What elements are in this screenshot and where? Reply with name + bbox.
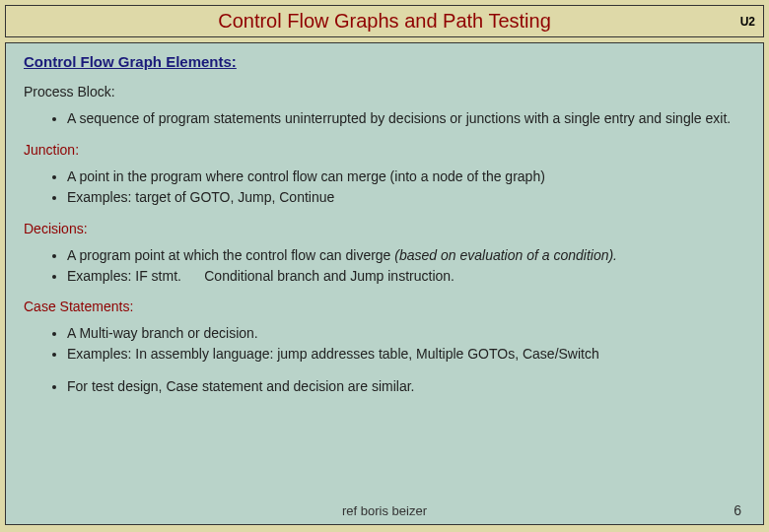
page-title: Control Flow Graphs and Path Testing (14, 10, 755, 33)
bullet-item: A point in the program where control flo… (67, 167, 745, 186)
bullet-item: A Multi-way branch or decision. (67, 324, 745, 343)
bullet-item: A program point at which the control flo… (67, 246, 745, 265)
bullet-item: For test design, Case statement and deci… (67, 377, 745, 396)
sections-container: Process Block:A sequence of program stat… (24, 84, 745, 396)
subheading: Process Block: (24, 84, 745, 100)
bullet-list: A program point at which the control flo… (67, 246, 745, 286)
bullet-item: Examples: IF stmt. Conditional branch an… (67, 267, 745, 286)
bullet-list: A sequence of program statements uninter… (67, 109, 745, 128)
footer-page-number: 6 (734, 502, 741, 518)
unit-badge: U2 (740, 15, 755, 29)
bullet-item: Examples: target of GOTO, Jump, Continue (67, 188, 745, 207)
bullet-list: A Multi-way branch or decision.Examples:… (67, 324, 745, 364)
bullet-list: For test design, Case statement and deci… (67, 377, 745, 396)
footer-reference: ref boris beizer (342, 503, 427, 518)
section-title: Control Flow Graph Elements: (24, 53, 745, 70)
subheading: Decisions: (24, 221, 745, 236)
bullet-item: A sequence of program statements uninter… (67, 109, 745, 128)
bullet-item: Examples: In assembly language: jump add… (67, 345, 745, 364)
subheading: Junction: (24, 142, 745, 158)
content-box: Control Flow Graph Elements: Process Blo… (5, 42, 764, 525)
header-bar: Control Flow Graphs and Path Testing U2 (5, 5, 764, 37)
subheading: Case Statements: (24, 299, 745, 314)
bullet-list: A point in the program where control flo… (67, 167, 745, 207)
